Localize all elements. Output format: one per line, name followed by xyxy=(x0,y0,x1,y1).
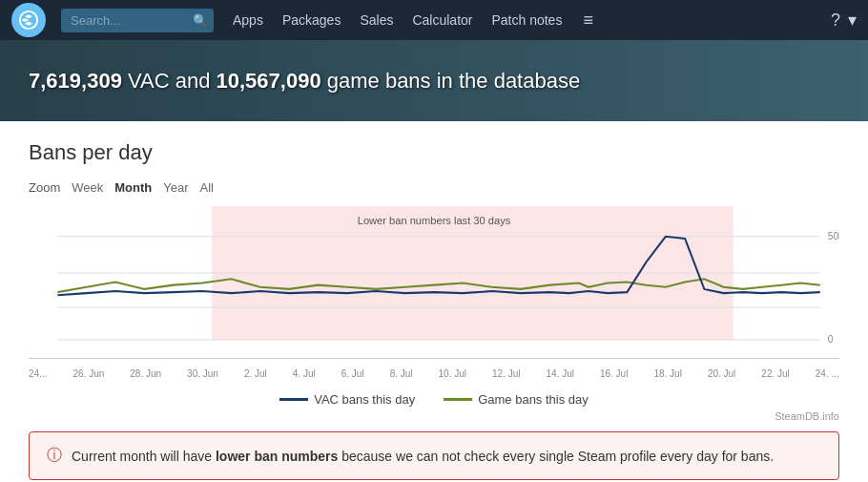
zoom-month[interactable]: Month xyxy=(109,178,157,197)
x-label-4: 2. Jul xyxy=(244,368,267,379)
chart-svg: Lower ban numbers last 30 days 50k 0 xyxy=(29,206,839,358)
x-label-9: 12. Jul xyxy=(492,368,520,379)
zoom-controls: Zoom Week Month Year All xyxy=(29,178,839,197)
x-label-15: 24. ... xyxy=(816,368,839,379)
legend-vac-label: VAC bans this day xyxy=(314,392,415,407)
svg-text:50k: 50k xyxy=(828,231,839,241)
nav-link-patchnotes[interactable]: Patch notes xyxy=(491,12,562,28)
x-label-0: 24... xyxy=(29,368,47,379)
x-label-2: 28. Jun xyxy=(130,368,161,379)
alert-text: Current month will have lower ban number… xyxy=(72,449,774,464)
game-count: 10,567,090 xyxy=(217,69,321,93)
search-input[interactable] xyxy=(61,9,214,32)
nav-right: ? ▾ xyxy=(831,10,857,31)
x-label-12: 18. Jul xyxy=(653,368,681,379)
zoom-all[interactable]: All xyxy=(195,178,219,197)
alert-text-after: because we can not check every single St… xyxy=(338,449,774,464)
navigation: 🔍 Apps Packages Sales Calculator Patch n… xyxy=(0,0,868,40)
lower-ban-alert: ⓘ Current month will have lower ban numb… xyxy=(29,431,839,480)
hero-banner: 7,619,309 VAC and 10,567,090 game bans i… xyxy=(0,40,868,121)
main-content: Bans per day Zoom Week Month Year All Lo… xyxy=(0,121,868,482)
site-logo[interactable] xyxy=(11,3,46,37)
alert-icon: ⓘ xyxy=(47,446,62,466)
legend-vac-line xyxy=(279,398,308,401)
chart-legend: VAC bans this day Game bans this day xyxy=(29,392,839,407)
vac-label: VAC and xyxy=(122,69,217,93)
legend-game-line xyxy=(444,398,472,401)
x-label-3: 30. Jun xyxy=(187,368,218,379)
svg-text:0: 0 xyxy=(828,334,834,345)
alert-bold-text: lower ban numbers xyxy=(216,449,338,464)
nav-links: Apps Packages Sales Calculator Patch not… xyxy=(233,10,593,31)
search-wrapper: 🔍 xyxy=(61,9,214,32)
nav-link-apps[interactable]: Apps xyxy=(233,12,263,28)
help-icon[interactable]: ? xyxy=(831,10,840,31)
hero-stats: 7,619,309 VAC and 10,567,090 game bans i… xyxy=(29,69,580,94)
legend-game: Game bans this day xyxy=(444,392,589,407)
x-label-8: 10. Jul xyxy=(439,368,466,379)
chevron-down-icon[interactable]: ▾ xyxy=(848,10,857,31)
svg-text:Lower ban numbers last 30 days: Lower ban numbers last 30 days xyxy=(358,215,511,226)
legend-game-label: Game bans this day xyxy=(478,392,589,407)
x-label-10: 14. Jul xyxy=(546,368,573,379)
x-label-7: 8. Jul xyxy=(390,368,413,379)
legend-vac: VAC bans this day xyxy=(279,392,415,407)
steamdb-attribution: SteamDB.info xyxy=(29,410,839,422)
x-label-5: 4. Jul xyxy=(293,368,316,379)
x-label-6: 6. Jul xyxy=(341,368,364,379)
x-axis-labels: 24... 26. Jun 28. Jun 30. Jun 2. Jul 4. … xyxy=(29,365,839,379)
bans-chart: Lower ban numbers last 30 days 50k 0 xyxy=(29,206,839,359)
zoom-week[interactable]: Week xyxy=(66,178,109,197)
bans-per-day-title: Bans per day xyxy=(29,140,839,165)
nav-link-sales[interactable]: Sales xyxy=(360,12,393,28)
search-button[interactable]: 🔍 xyxy=(193,13,208,28)
game-label: game bans in the database xyxy=(321,69,581,93)
x-label-11: 16. Jul xyxy=(600,368,628,379)
nav-link-packages[interactable]: Packages xyxy=(282,12,341,28)
zoom-year[interactable]: Year xyxy=(157,178,194,197)
x-label-14: 22. Jul xyxy=(761,368,789,379)
zoom-label: Zoom xyxy=(29,180,60,195)
nav-link-calculator[interactable]: Calculator xyxy=(412,12,472,28)
nav-more-icon[interactable]: ≡ xyxy=(583,10,593,31)
vac-count: 7,619,309 xyxy=(29,69,122,93)
x-label-13: 20. Jul xyxy=(708,368,735,379)
alert-text-before: Current month will have xyxy=(72,449,216,464)
x-label-1: 26. Jun xyxy=(72,368,104,379)
